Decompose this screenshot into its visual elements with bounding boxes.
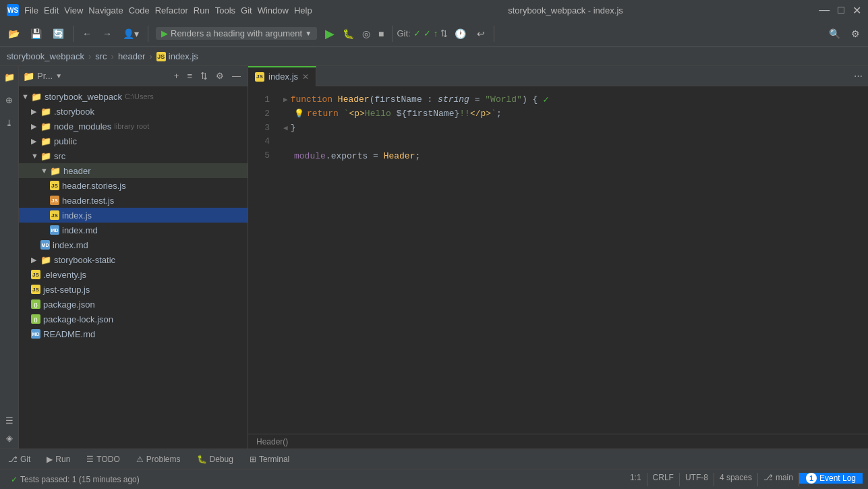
bottom-tab-terminal[interactable]: ⊞ Terminal [241,449,297,469]
breadcrumb-src[interactable]: src [95,51,107,61]
breadcrumb-header[interactable]: header [118,51,145,61]
bottom-tab-git[interactable]: ⎇ Git [0,449,38,469]
menu-run[interactable]: Run [194,5,210,16]
bottom-tab-debug[interactable]: 🐛 Debug [189,449,241,469]
breadcrumb-file[interactable]: index.js [169,51,198,61]
tree-label-src: src [54,151,65,161]
forward-button[interactable]: → [98,26,116,42]
file-tree: ▼ 📁 storybook_webpack C:\Users ▶ 📁 .stor… [19,86,248,449]
tree-item-root[interactable]: ▼ 📁 storybook_webpack C:\Users [19,89,248,104]
fold-arrow-1[interactable]: ▶ [283,94,288,107]
status-branch[interactable]: ⎇ main [758,473,799,482]
bottom-tab-run[interactable]: ▶ Run [38,449,78,469]
debug-button[interactable]: 🐛 [340,27,357,40]
tree-file-icon-package-lock: {} [31,314,40,324]
code-line-3: ◀ } [283,121,860,136]
tree-file-icon-index-md-src: MD [40,240,50,250]
file-panel-sort-button[interactable]: ⇅ [198,69,210,82]
close-button[interactable]: ✕ [852,4,861,17]
status-encoding[interactable]: UTF-8 [680,473,714,482]
coverage-button[interactable]: ◎ [359,27,373,40]
status-position[interactable]: 1:1 [625,473,647,482]
keyword-function: function [291,93,338,107]
sidebar-icon-marks[interactable]: ◈ [1,430,18,446]
git-push-button[interactable]: ↑ [434,28,438,38]
sidebar-icon-pullreq[interactable]: ⤓ [1,115,18,131]
git-revert-button[interactable]: ↩ [473,26,489,42]
tab-index-js[interactable]: JS index.js ✕ [248,66,316,86]
bottom-tab-problems[interactable]: ⚠ Problems [128,449,189,469]
breadcrumb-sep3: › [149,51,152,61]
tree-item-index-md-header[interactable]: MD index.md [19,223,248,237]
menu-file[interactable]: File [24,5,38,16]
sync-button[interactable]: 🔄 [49,26,68,42]
open-button[interactable]: 📂 [4,26,24,42]
tree-item-index-js[interactable]: JS index.js [19,208,248,223]
tree-item-header-stories[interactable]: JS header.stories.js [19,178,248,193]
file-panel-add-button[interactable]: + [171,69,182,82]
save-button[interactable]: 💾 [26,26,46,42]
menu-edit[interactable]: Edit [44,5,59,16]
tab-more-button[interactable]: ⋯ [848,71,868,81]
tree-item-src[interactable]: ▼ 📁 src [19,148,248,163]
back-button[interactable]: ← [78,26,96,42]
status-event-log[interactable]: 1 Event Log [799,473,863,484]
tree-item-readme[interactable]: MD README.md [19,326,248,341]
tree-folder-icon-public: 📁 [40,136,51,146]
minimize-button[interactable]: — [819,4,830,17]
tree-file-icon-index-js: JS [50,210,59,220]
menu-window[interactable]: Window [258,5,289,16]
file-panel-title-label: Pr... [37,71,53,81]
tree-item-package-json[interactable]: {} package.json [19,297,248,312]
search-button[interactable]: 🔍 [825,26,844,42]
git-history-button[interactable]: 🕐 [451,26,470,42]
file-panel-collapse-button[interactable]: — [229,69,243,82]
breadcrumb-root[interactable]: storybook_webpack [7,51,84,61]
file-panel-list-button[interactable]: ≡ [184,69,195,82]
type-colon: : [422,93,438,107]
menu-refactor[interactable]: Refactor [155,5,188,16]
settings-button[interactable]: ⚙ [847,26,864,42]
tab-close-index-js[interactable]: ✕ [302,72,309,82]
tree-label-header-stories: header.stories.js [62,181,126,191]
git-fetch-button[interactable]: ⇅ [440,28,448,38]
menu-help[interactable]: Help [294,5,312,16]
template-var: firstName [407,107,454,121]
status-indent[interactable]: 4 spaces [714,473,757,482]
file-panel-toolbar: 📁 Pr... ▼ + ≡ ⇅ ⚙ — [19,66,248,86]
run-button[interactable]: ▶ [322,25,337,42]
tree-item-package-lock[interactable]: {} package-lock.json [19,312,248,326]
hint-bulb-icon[interactable]: 💡 [294,108,304,121]
tree-item-public[interactable]: ▶ 📁 public [19,134,248,148]
file-panel: 📁 Pr... ▼ + ≡ ⇅ ⚙ — ▼ 📁 storybook_webpac… [19,66,248,449]
tree-item-storybook-static[interactable]: ▶ 📁 storybook-static [19,252,248,267]
menu-tools[interactable]: Tools [215,5,235,16]
code-content[interactable]: ▶ function Header ( firstName : string =… [275,86,868,434]
menu-git[interactable]: Git [241,5,252,16]
sidebar-icon-commit[interactable]: ⊕ [1,92,18,108]
tree-label-index-md-src: index.md [53,240,88,250]
sidebar-icon-structure[interactable]: ☰ [1,412,18,428]
git-check2: ✓ [424,28,431,38]
user-button[interactable]: 👤▾ [119,26,143,42]
menu-code[interactable]: Code [129,5,150,16]
file-panel-settings-button[interactable]: ⚙ [213,69,227,82]
tree-item-node-modules[interactable]: ▶ 📁 node_modules library root [19,119,248,134]
tree-label-eleventy: .eleventy.js [43,270,86,280]
maximize-button[interactable]: □ [838,4,844,17]
file-panel-folder-icon: 📁 [23,71,34,82]
run-configuration[interactable]: ▶ Renders a heading with argument ▼ [156,27,317,40]
menu-view[interactable]: View [64,5,83,16]
tree-item-storybook[interactable]: ▶ 📁 .storybook [19,104,248,119]
tree-item-header-test[interactable]: JS header.test.js [19,193,248,208]
tree-item-jest-setup[interactable]: JS jest-setup.js [19,282,248,297]
status-test[interactable]: ✓ Tests passed: 1 (15 minutes ago) [5,469,145,489]
tree-item-index-md-src[interactable]: MD index.md [19,237,248,252]
status-line-ending[interactable]: CRLF [647,473,679,482]
stop-button[interactable]: ■ [376,27,386,40]
bottom-tab-todo[interactable]: ☰ TODO [78,449,127,469]
tree-item-eleventy[interactable]: JS .eleventy.js [19,267,248,282]
tree-item-header-folder[interactable]: ▼ 📁 header [19,163,248,178]
menu-navigate[interactable]: Navigate [88,5,123,16]
sidebar-icon-folder[interactable]: 📁 [1,69,18,85]
